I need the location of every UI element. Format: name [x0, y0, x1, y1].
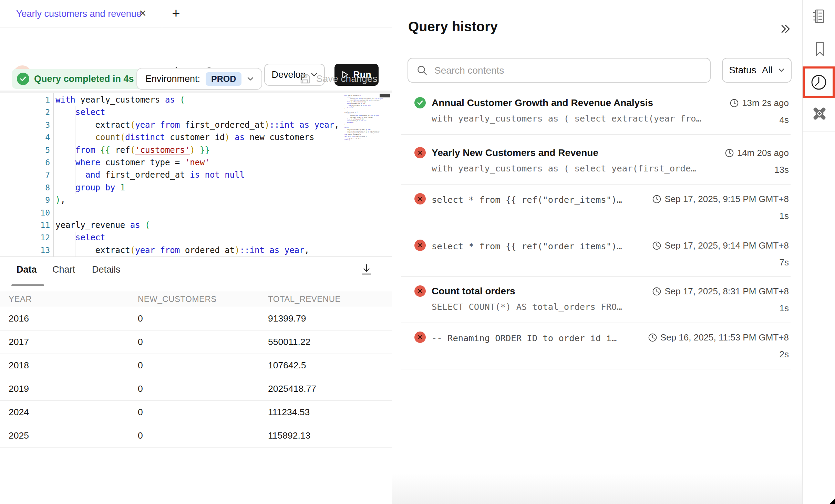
clock-icon [730, 98, 739, 108]
table-cell: 2018 [9, 354, 29, 377]
column-header-year[interactable]: YEAR [9, 291, 32, 307]
download-icon [359, 262, 374, 277]
sidebar-item-notebook[interactable] [811, 8, 828, 25]
history-item-timestamp: 13m 2s ago [730, 98, 789, 108]
history-item-sql-snippet: with yearly_customers as ( select extrac… [432, 113, 701, 124]
lineage-icon [811, 105, 828, 122]
history-item-duration: 7s [780, 257, 789, 268]
editor-scrollbar[interactable] [380, 94, 390, 97]
history-item-sql-snippet: with yearly_customers as ( select year(f… [432, 163, 696, 174]
history-item-timestamp: Sep 16, 2025, 11:53 PM GMT+8 [648, 332, 789, 343]
table-cell: 111234.53 [268, 401, 310, 424]
environment-value-badge: PROD [206, 72, 241, 86]
query-status-text: Query completed in 4s [34, 74, 134, 84]
collapse-panel-button[interactable] [778, 21, 793, 36]
history-item-timestamp: Sep 17, 2025, 9:15 PM GMT+8 [652, 194, 789, 204]
error-status-icon [414, 332, 426, 343]
query-history-title: Query history [408, 19, 498, 34]
history-item-duration: 4s [780, 115, 789, 125]
download-results-button[interactable] [359, 262, 374, 277]
double-chevron-right-icon [778, 21, 793, 36]
table-row: 20170550011.22 [0, 330, 392, 354]
list-divider [401, 184, 791, 185]
editor-minimap[interactable]: with yearly_customers as ( select extrac… [344, 94, 385, 198]
history-item-title: select * from {{ ref("order_items")… [432, 195, 622, 205]
tab-close-icon[interactable]: ✕ [139, 0, 147, 28]
table-row: 20180107642.5 [0, 354, 392, 377]
table-cell: 2017 [9, 330, 29, 354]
table-row: 20250115892.13 [0, 424, 392, 448]
column-header-new_customers[interactable]: NEW_CUSTOMERS [138, 291, 217, 307]
sql-editor[interactable]: with yearly_customers as ( select extrac… [55, 94, 343, 256]
environment-label: Environment: [145, 74, 200, 84]
tab-details[interactable]: Details [92, 263, 121, 276]
editor-panel: Yearly customers and revenue ✕ + BL Your… [0, 0, 392, 504]
results-table-header: YEARNEW_CUSTOMERSTOTAL_REVENUE [0, 291, 392, 307]
table-cell: 107642.5 [268, 354, 306, 377]
search-icon [416, 65, 428, 76]
list-divider [401, 369, 791, 369]
new-tab-button[interactable]: + [168, 6, 184, 22]
table-cell: 0 [138, 424, 143, 447]
search-input[interactable] [434, 59, 704, 82]
history-item-sql-snippet: SELECT COUNT(*) AS total_orders FRO… [432, 302, 622, 312]
table-cell: 0 [138, 354, 143, 377]
tab-yearly-customers-and-revenue[interactable]: Yearly customers and revenue ✕ [0, 0, 162, 28]
table-cell: 550011.22 [268, 330, 310, 354]
sidebar-item-lineage[interactable] [811, 105, 828, 122]
bookmark-icon [811, 40, 828, 57]
clock-icon [652, 241, 661, 250]
table-row: 201902025418.77 [0, 377, 392, 401]
status-filter-value: All [762, 65, 773, 76]
history-item-timestamp: 14m 20s ago [725, 148, 789, 158]
indent-guide [95, 119, 95, 144]
table-cell: 0 [138, 307, 143, 330]
history-item-title: Yearly New Customers and Revenue [432, 147, 598, 158]
error-status-icon [414, 193, 426, 204]
save-icon [299, 73, 311, 85]
status-filter-label: Status [729, 65, 756, 76]
clock-icon [810, 73, 828, 91]
history-item-title: -- Renaming ORDER_ID to order_id i… [432, 333, 617, 343]
environment-dropdown[interactable]: Environment: PROD [136, 68, 262, 90]
clock-icon [725, 148, 734, 158]
tab-chart[interactable]: Chart [52, 263, 75, 276]
history-search [408, 58, 711, 83]
line-numbers: 12345678910111213 [17, 94, 50, 256]
sidebar-item-bookmarks[interactable] [811, 40, 828, 57]
query-status-badge: Query completed in 4s [12, 69, 143, 89]
history-item-title: Annual Customer Growth and Revenue Analy… [432, 97, 653, 108]
history-item-duration: 1s [780, 303, 789, 314]
history-item-duration: 2s [780, 349, 789, 360]
indent-guide [75, 232, 75, 256]
clock-icon [652, 287, 661, 296]
history-item-title: Count total orders [432, 286, 515, 297]
list-divider [401, 230, 791, 230]
app-window: Yearly customers and revenue ✕ + BL Your… [0, 0, 835, 504]
table-cell: 115892.13 [268, 424, 310, 447]
table-row: 20240111234.53 [0, 401, 392, 424]
tab-data[interactable]: Data [17, 263, 37, 276]
rail-divider [803, 131, 835, 132]
list-divider [401, 323, 791, 323]
error-status-icon [414, 240, 426, 251]
success-check-icon [17, 73, 29, 85]
table-cell: 2024 [9, 401, 29, 424]
table-cell: 0 [138, 377, 143, 400]
table-cell: 2019 [9, 377, 29, 400]
save-changes-button[interactable]: Save changes [299, 68, 377, 90]
status-filter-dropdown[interactable]: Status All [722, 58, 792, 83]
chevron-down-icon [247, 76, 254, 81]
resize-corner[interactable] [829, 498, 835, 504]
table-row: 2016091399.79 [0, 307, 392, 330]
column-header-total_revenue[interactable]: TOTAL_REVENUE [268, 291, 341, 307]
table-cell: 2025418.77 [268, 377, 316, 400]
editor-border-left [53, 93, 54, 256]
sidebar-item-query-history[interactable] [803, 66, 835, 98]
editor-border-top [53, 93, 392, 93]
table-cell: 2025 [9, 424, 29, 447]
clock-icon [648, 333, 657, 342]
table-cell: 2016 [9, 307, 29, 330]
list-divider [401, 276, 791, 277]
clock-icon [652, 195, 661, 204]
